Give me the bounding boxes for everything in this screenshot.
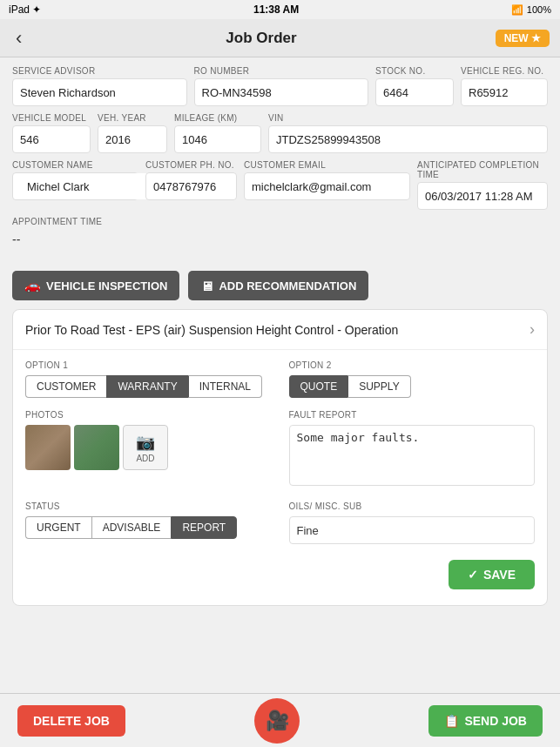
add-recommendation-label: ADD RECOMMENDATION <box>219 279 356 293</box>
photos-fault-row: PHOTOS 📷 ADD FAULT REPORT <box>25 410 535 489</box>
service-advisor-label: SERVICE ADVISOR <box>12 66 187 76</box>
option1-customer-btn[interactable]: CUSTOMER <box>25 375 106 398</box>
veh-year-label: VEH. YEAR <box>98 113 167 123</box>
status-section: STATUS URGENT ADVISABLE REPORT <box>25 501 272 544</box>
vehicle-inspection-label: VEHICLE INSPECTION <box>46 279 167 293</box>
nav-title: Job Order <box>226 30 296 47</box>
chevron-right-icon: › <box>530 320 535 339</box>
checkmark-icon: ✓ <box>468 568 478 582</box>
car-icon: 🚗 <box>24 278 41 293</box>
customer-name-wrapper[interactable]: ☷ <box>12 172 138 200</box>
service-advisor-input[interactable] <box>12 78 187 106</box>
form-area: SERVICE ADVISOR RO NUMBER STOCK NO. VEHI… <box>0 57 560 264</box>
mileage-label: MILEAGE (KM) <box>174 113 261 123</box>
back-button[interactable]: ‹ <box>10 27 27 50</box>
mileage-input[interactable] <box>174 125 261 153</box>
nav-bar: ‹ Job Order NEW ★ <box>0 19 560 57</box>
appointment-label: APPOINTMENT TIME <box>12 217 548 226</box>
add-recommendation-button[interactable]: 🖥 ADD RECOMMENDATION <box>188 271 368 300</box>
vehicle-model-input[interactable] <box>12 125 91 153</box>
status-oils-row: STATUS URGENT ADVISABLE REPORT OILS/ MIS… <box>25 501 535 544</box>
options-row: OPTION 1 CUSTOMER WARRANTY INTERNAL OPTI… <box>25 360 535 398</box>
send-job-button[interactable]: 📋 SEND JOB <box>428 705 543 737</box>
delete-job-button[interactable]: DELETE JOB <box>17 705 125 737</box>
status-bar: iPad ✦ 11:38 AM 📶 100% <box>0 0 560 19</box>
vehicle-reg-input[interactable] <box>461 78 548 106</box>
status-advisable-btn[interactable]: ADVISABLE <box>91 516 172 539</box>
option1-warranty-btn[interactable]: WARRANTY <box>106 375 187 398</box>
customer-ph-field: CUSTOMER PH. NO. <box>145 160 237 210</box>
oils-section: OILS/ MISC. SUB <box>289 501 536 544</box>
monitor-icon: 🖥 <box>200 279 213 293</box>
ro-number-label: RO NUMBER <box>194 66 369 76</box>
customer-email-label: CUSTOMER EMAIL <box>244 160 410 170</box>
fault-section: FAULT REPORT <box>289 410 536 489</box>
vehicle-reg-label: VEHICLE REG. NO. <box>461 66 548 76</box>
customer-ph-input[interactable] <box>145 172 237 200</box>
camera-center-button[interactable]: 🎥 <box>254 698 300 744</box>
ro-number-input[interactable] <box>194 78 369 106</box>
form-row-4: APPOINTMENT TIME -- <box>12 217 548 250</box>
wifi-icon: 📶 <box>511 4 523 16</box>
option1-internal-btn[interactable]: INTERNAL <box>188 375 262 398</box>
video-camera-icon: 🎥 <box>266 710 289 732</box>
add-photo-label: ADD <box>136 454 154 463</box>
ipad-label: iPad ✦ <box>9 3 41 16</box>
status-label: STATUS <box>25 501 272 511</box>
customer-email-input[interactable] <box>244 172 410 200</box>
option2-supply-btn[interactable]: SUPPLY <box>347 375 410 398</box>
form-row-3: CUSTOMER NAME ☷ CUSTOMER PH. NO. CUSTOME… <box>12 160 548 210</box>
anticipated-input[interactable] <box>417 182 548 210</box>
form-row-1: SERVICE ADVISOR RO NUMBER STOCK NO. VEHI… <box>12 66 548 106</box>
save-row: ✓ SAVE <box>25 556 535 595</box>
status-toggle-group: URGENT ADVISABLE REPORT <box>25 516 272 539</box>
inspection-card: Prior To Road Test - EPS (air) Suspensio… <box>12 309 548 606</box>
photo-thumb-1[interactable] <box>25 425 71 470</box>
appointment-value: -- <box>12 229 548 250</box>
new-badge: NEW ★ <box>496 30 550 47</box>
vin-label: VIN <box>268 113 548 123</box>
fault-report-textarea[interactable] <box>289 425 536 486</box>
save-label: SAVE <box>483 568 516 582</box>
status-bar-right: 📶 100% <box>511 4 551 16</box>
customer-ph-label: CUSTOMER PH. NO. <box>145 160 237 170</box>
form-row-2: VEHICLE MODEL VEH. YEAR MILEAGE (KM) VIN <box>12 113 548 153</box>
fault-report-label: FAULT REPORT <box>289 410 536 420</box>
card-header[interactable]: Prior To Road Test - EPS (air) Suspensio… <box>13 310 547 350</box>
ro-number-field: RO NUMBER <box>194 66 369 106</box>
add-photo-button[interactable]: 📷 ADD <box>123 425 168 470</box>
option1-label: OPTION 1 <box>25 360 272 370</box>
option1-group: OPTION 1 CUSTOMER WARRANTY INTERNAL <box>25 360 272 398</box>
option2-toggle-group: QUOTE SUPPLY <box>289 375 536 398</box>
stock-no-label: STOCK NO. <box>375 66 454 76</box>
vin-field: VIN <box>268 113 548 153</box>
vehicle-reg-field: VEHICLE REG. NO. <box>461 66 548 106</box>
oils-input[interactable] <box>289 516 536 544</box>
mileage-field: MILEAGE (KM) <box>174 113 261 153</box>
photos-section: PHOTOS 📷 ADD <box>25 410 272 489</box>
vehicle-inspection-button[interactable]: 🚗 VEHICLE INSPECTION <box>12 271 179 300</box>
action-buttons-row: 🚗 VEHICLE INSPECTION 🖥 ADD RECOMMENDATIO… <box>0 264 560 309</box>
bottom-bar: DELETE JOB 🎥 📋 SEND JOB <box>0 693 560 747</box>
veh-year-input[interactable] <box>98 125 167 153</box>
vehicle-model-label: VEHICLE MODEL <box>12 113 91 123</box>
camera-icon: 📷 <box>136 433 155 452</box>
option2-label: OPTION 2 <box>289 360 536 370</box>
appointment-field: APPOINTMENT TIME -- <box>12 217 548 250</box>
status-report-btn[interactable]: REPORT <box>171 516 237 539</box>
oils-label: OILS/ MISC. SUB <box>289 501 536 511</box>
save-button[interactable]: ✓ SAVE <box>449 560 535 589</box>
stock-no-input[interactable] <box>375 78 454 106</box>
photos-label: PHOTOS <box>25 410 272 420</box>
service-advisor-field: SERVICE ADVISOR <box>12 66 187 106</box>
card-title: Prior To Road Test - EPS (air) Suspensio… <box>25 323 530 337</box>
card-body: OPTION 1 CUSTOMER WARRANTY INTERNAL OPTI… <box>13 350 547 605</box>
status-bar-time: 11:38 AM <box>253 3 299 16</box>
photo-thumb-2[interactable] <box>74 425 119 470</box>
option2-quote-btn[interactable]: QUOTE <box>289 375 348 398</box>
photos-grid: 📷 ADD <box>25 425 272 470</box>
status-urgent-btn[interactable]: URGENT <box>25 516 91 539</box>
vin-input[interactable] <box>268 125 548 153</box>
battery-label: 100% <box>527 4 551 15</box>
status-bar-left: iPad ✦ <box>9 3 41 16</box>
